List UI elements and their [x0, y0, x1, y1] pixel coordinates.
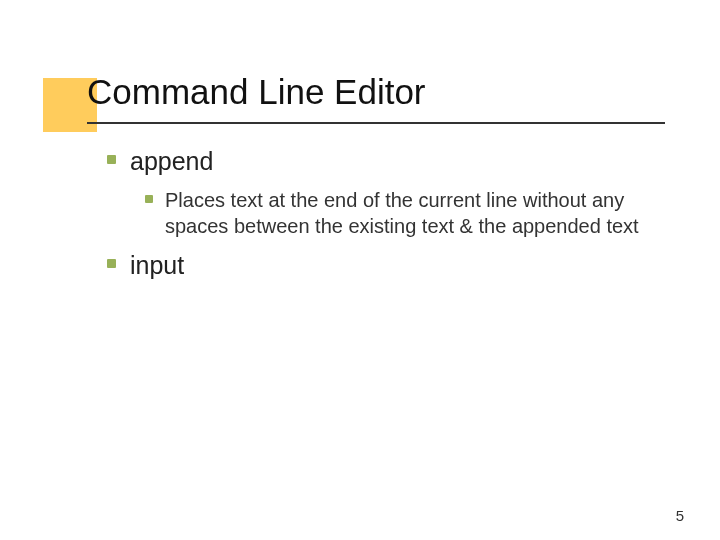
slide-body: append Places text at the end of the cur…: [87, 145, 652, 291]
slide-title: Command Line Editor: [87, 72, 426, 112]
list-item: append: [107, 145, 652, 177]
square-bullet-icon: [107, 259, 116, 268]
square-bullet-icon: [145, 195, 153, 203]
page-number: 5: [676, 507, 684, 524]
item-desc-append: Places text at the end of the current li…: [165, 187, 652, 239]
square-bullet-icon: [107, 155, 116, 164]
list-item: input: [107, 249, 652, 281]
item-label-input: input: [130, 249, 184, 281]
list-item: Places text at the end of the current li…: [145, 187, 652, 239]
item-label-append: append: [130, 145, 213, 177]
title-underline: [87, 122, 665, 124]
